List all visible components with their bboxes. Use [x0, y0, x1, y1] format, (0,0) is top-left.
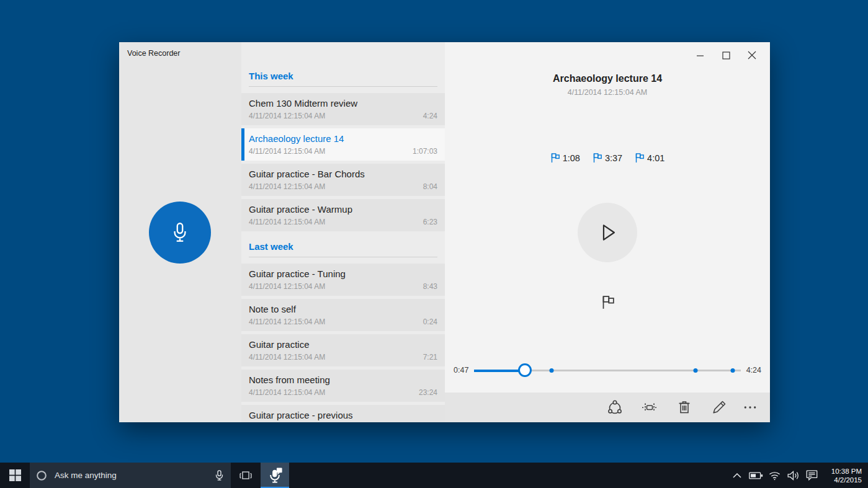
total-time: 4:24	[746, 366, 761, 375]
bottom-toolbar	[445, 393, 770, 422]
slider-dot-0[interactable]	[549, 368, 553, 373]
close-button[interactable]	[739, 46, 765, 64]
recording-title: Guitar practice - Warmup	[249, 203, 437, 216]
task-view-button[interactable]	[231, 463, 261, 488]
list-item-clipped[interactable]: Guitar practice - previous	[241, 405, 445, 422]
recording-title: Guitar practice - Bar Chords	[249, 168, 437, 180]
recording-duration: 1:07:03	[413, 147, 437, 156]
flag-marker-time: 1:08	[563, 153, 580, 163]
list-item[interactable]: Guitar practice 4/11/2014 12:15:04 AM7:2…	[241, 334, 445, 366]
cortana-icon	[36, 470, 47, 481]
recording-title: Guitar practice - previous	[249, 409, 437, 422]
recording-duration: 8:43	[423, 282, 437, 291]
flag-marker-time: 3:37	[605, 153, 622, 163]
maximize-button[interactable]	[713, 46, 739, 64]
slider-dot-2[interactable]	[730, 368, 735, 373]
share-icon	[606, 399, 624, 416]
taskbar-spacer	[289, 463, 728, 488]
detail-title: Archaeology lecture 14	[445, 73, 770, 84]
window-controls	[687, 46, 765, 64]
recording-date: 4/11/2014 12:15:04 AM	[249, 282, 325, 291]
recording-date: 4/11/2014 12:15:04 AM	[249, 182, 325, 191]
recording-duration: 4:24	[423, 112, 437, 120]
maximize-icon	[722, 51, 730, 60]
flag-icon	[635, 153, 644, 164]
search-box[interactable]: Ask me anything	[30, 463, 231, 488]
action-center-icon	[805, 469, 818, 481]
elapsed-time: 0:47	[454, 366, 468, 375]
player-bar: 0:47 4:24	[454, 363, 761, 378]
chevron-up-icon	[732, 472, 742, 479]
tray-battery-button[interactable]	[746, 463, 765, 488]
voice-recorder-window: Voice Recorder This week Chem 130 Midter…	[119, 42, 770, 422]
list-item[interactable]: Guitar practice - Tuning 4/11/2014 12:15…	[241, 264, 445, 296]
voice-recorder-app-icon	[266, 466, 284, 485]
recording-date: 4/11/2014 12:15:04 AM	[249, 317, 325, 326]
minimize-button[interactable]	[687, 46, 713, 64]
rename-button[interactable]	[702, 393, 736, 422]
recording-title: Note to self	[249, 303, 437, 316]
microphone-icon	[168, 221, 192, 244]
tray-wifi-button[interactable]	[765, 463, 784, 488]
list-item[interactable]: Guitar practice - Warmup 4/11/2014 12:15…	[241, 199, 445, 231]
minimize-icon	[696, 51, 704, 60]
flag-icon	[601, 295, 614, 310]
seek-slider[interactable]	[474, 363, 740, 378]
recording-title: Chem 130 Midterm review	[249, 97, 437, 110]
recording-duration: 0:24	[423, 317, 437, 326]
volume-icon	[787, 470, 800, 481]
recording-title: Guitar practice - Tuning	[249, 268, 437, 280]
slider-thumb[interactable]	[518, 363, 532, 377]
flag-marker[interactable]: 4:01	[635, 153, 664, 164]
list-item[interactable]: Chem 130 Midterm review 4/11/2014 12:15:…	[241, 93, 445, 125]
delete-button[interactable]	[667, 393, 702, 422]
clock-date: 4/2/2015	[834, 476, 862, 484]
left-pane: Voice Recorder	[119, 42, 241, 422]
list-item[interactable]: Note to self 4/11/2014 12:15:04 AM0:24	[241, 299, 445, 331]
windows-logo-icon	[9, 469, 21, 481]
slider-fill	[474, 370, 525, 372]
start-button[interactable]	[0, 463, 30, 488]
tray-action-center-button[interactable]	[802, 463, 821, 488]
flag-marker[interactable]: 3:37	[593, 153, 622, 164]
taskbar: Ask me anything	[0, 463, 868, 488]
trim-button[interactable]	[632, 393, 667, 422]
record-button[interactable]	[149, 202, 211, 264]
recording-date: 4/11/2014 12:15:04 AM	[249, 388, 325, 397]
clock-time: 10:38 PM	[831, 467, 862, 476]
recording-duration: 23:24	[419, 388, 437, 397]
window-title: Voice Recorder	[127, 49, 180, 58]
battery-icon	[748, 471, 764, 481]
list-item-selected[interactable]: Archaeology lecture 14 4/11/2014 12:15:0…	[241, 128, 445, 161]
list-item[interactable]: Guitar practice - Bar Chords 4/11/2014 1…	[241, 164, 445, 196]
add-flag-button[interactable]	[597, 292, 618, 313]
tray-show-hidden-icons-button[interactable]	[728, 463, 746, 488]
list-item[interactable]: Notes from meeting 4/11/2014 12:15:04 AM…	[241, 370, 445, 402]
taskbar-clock[interactable]: 10:38 PM 4/2/2015	[821, 463, 868, 488]
section-header: This week	[249, 71, 437, 87]
play-icon	[597, 222, 618, 243]
detail-date: 4/11/2014 12:15:04 AM	[445, 88, 770, 97]
recording-title: Guitar practice	[249, 339, 437, 351]
more-button[interactable]	[736, 393, 764, 422]
recording-title: Archaeology lecture 14	[249, 133, 437, 145]
play-button[interactable]	[578, 203, 637, 262]
recording-duration: 8:04	[423, 182, 437, 191]
flag-marker[interactable]: 1:08	[550, 153, 580, 164]
taskbar-voice-recorder-button[interactable]	[261, 463, 289, 488]
flag-markers-row: 1:08 3:37 4:01	[445, 153, 770, 164]
desktop: { "app": { "title": "Voice Recorder" }, …	[0, 0, 868, 488]
recording-title: Notes from meeting	[249, 374, 437, 386]
recording-duration: 7:21	[423, 353, 437, 362]
recording-date: 4/11/2014 12:15:04 AM	[249, 353, 325, 362]
flag-icon	[593, 153, 602, 164]
recordings-list: This week Chem 130 Midterm review 4/11/2…	[241, 42, 445, 422]
share-button[interactable]	[597, 393, 632, 422]
list-section-last-week: Last week Guitar practice - Tuning 4/11/…	[241, 241, 445, 422]
tray-volume-button[interactable]	[784, 463, 802, 488]
slider-dot-1[interactable]	[693, 368, 697, 373]
detail-pane: Archaeology lecture 14 4/11/2014 12:15:0…	[445, 42, 770, 422]
close-icon	[748, 51, 756, 60]
flag-marker-time: 4:01	[647, 153, 664, 163]
list-section-this-week: This week Chem 130 Midterm review 4/11/2…	[241, 71, 445, 231]
